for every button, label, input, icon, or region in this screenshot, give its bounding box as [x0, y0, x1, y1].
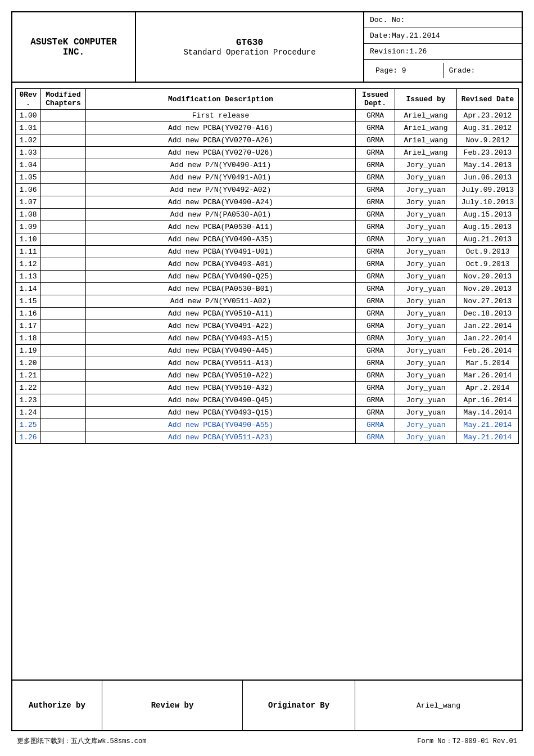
table-cell: May.21.2014 — [457, 431, 519, 444]
table-row: 1.21Add new PCBA(YV0510-A22)GRMAJory_yua… — [16, 370, 519, 382]
doc-subtitle: Standard Operation Procedure — [183, 48, 315, 57]
table-cell: 1.18 — [16, 332, 41, 345]
table-cell: Jory_yuan — [395, 233, 457, 246]
table-row: 1.14Add new PCBA(PA0530-B01)GRMAJory_yua… — [16, 283, 519, 295]
table-cell: GRMA — [356, 110, 395, 122]
table-cell: Oct.9.2013 — [457, 246, 519, 258]
revision-label: Revision:1.26 — [370, 47, 427, 56]
table-cell: Add new PCBA(YV0490-A35) — [86, 233, 356, 246]
table-cell — [41, 184, 86, 196]
table-row: 1.07Add new PCBA(YV0490-A24)GRMAJory_yua… — [16, 196, 519, 209]
table-row: 1.13Add new PCBA(YV0490-Q25)GRMAJory_yua… — [16, 271, 519, 283]
table-cell: Aug.15.2013 — [457, 209, 519, 221]
table-cell: Nov.27.2013 — [457, 295, 519, 308]
table-cell: GRMA — [356, 271, 395, 283]
table-cell: Nov.9.2012 — [457, 134, 519, 147]
table-cell: Nov.20.2013 — [457, 271, 519, 283]
table-cell: Jory_yuan — [395, 159, 457, 172]
review-label: Review by — [151, 701, 194, 710]
page-grade-row: Page: 9 Grade: — [364, 60, 522, 82]
table-cell — [41, 382, 86, 394]
table-cell — [41, 134, 86, 147]
table-cell: 1.07 — [16, 196, 41, 209]
header-section: ASUSTeK COMPUTER INC. GT630 Standard Ope… — [12, 12, 522, 83]
table-cell: 1.06 — [16, 184, 41, 196]
table-cell: Jan.22.2014 — [457, 320, 519, 332]
table-cell: Jory_yuan — [395, 345, 457, 357]
table-cell — [41, 271, 86, 283]
table-cell: Add new PCBA(YV0511-A23) — [86, 431, 356, 444]
table-cell: Jory_yuan — [395, 407, 457, 419]
table-cell — [41, 209, 86, 221]
table-cell: Add new PCBA(YV0510-A22) — [86, 370, 356, 382]
table-row: 1.26Add new PCBA(YV0511-A23)GRMAJory_yua… — [16, 431, 519, 444]
table-cell: Add new P/N(YV0490-A11) — [86, 159, 356, 172]
table-cell — [41, 221, 86, 233]
table-cell: 1.01 — [16, 122, 41, 134]
table-row: 1.02Add new PCBA(YV0270-A26)GRMAAriel_wa… — [16, 134, 519, 147]
table-cell — [41, 110, 86, 122]
table-cell: GRMA — [356, 382, 395, 394]
table-cell: GRMA — [356, 196, 395, 209]
table-cell: Add new PCBA(YV0490-Q45) — [86, 394, 356, 407]
table-cell: 1.15 — [16, 295, 41, 308]
originator-name-cell: Ariel_wang — [355, 681, 522, 730]
table-cell — [41, 357, 86, 370]
table-cell: Mar.26.2014 — [457, 370, 519, 382]
table-cell: Aug.31.2012 — [457, 122, 519, 134]
table-cell: GRMA — [356, 134, 395, 147]
table-cell: GRMA — [356, 233, 395, 246]
table-cell: Jory_yuan — [395, 394, 457, 407]
table-cell — [41, 320, 86, 332]
table-cell — [41, 431, 86, 444]
table-cell: Add new P/N(PA0530-A01) — [86, 209, 356, 221]
table-cell: Add new PCBA(YV0491-A22) — [86, 320, 356, 332]
table-cell: GRMA — [356, 394, 395, 407]
table-cell: Jory_yuan — [395, 357, 457, 370]
table-cell: Add new PCBA(PA0530-A11) — [86, 221, 356, 233]
table-cell: GRMA — [356, 407, 395, 419]
table-cell: 1.05 — [16, 172, 41, 184]
table-cell: Aug.21.2013 — [457, 233, 519, 246]
col-header-rev: 0Rev. — [16, 89, 41, 110]
page-label: Page: 9 — [370, 63, 444, 78]
table-cell: Jory_yuan — [395, 258, 457, 271]
table-row: 1.16Add new PCBA(YV0510-A11)GRMAJory_yua… — [16, 308, 519, 320]
table-cell: 1.10 — [16, 233, 41, 246]
table-cell: Jory_yuan — [395, 283, 457, 295]
table-cell: Jory_yuan — [395, 431, 457, 444]
table-cell: 1.00 — [16, 110, 41, 122]
table-cell: 1.13 — [16, 271, 41, 283]
table-cell: 1.09 — [16, 221, 41, 233]
table-row: 1.19Add new PCBA(YV0490-A45)GRMAJory_yua… — [16, 345, 519, 357]
table-cell: Jory_yuan — [395, 196, 457, 209]
table-cell: Add new PCBA(YV0490-A55) — [86, 419, 356, 431]
table-row: 1.25Add new PCBA(YV0490-A55)GRMAJory_yua… — [16, 419, 519, 431]
table-cell: Jory_yuan — [395, 308, 457, 320]
table-cell: GRMA — [356, 332, 395, 345]
table-cell — [41, 246, 86, 258]
table-cell — [41, 419, 86, 431]
table-cell: GRMA — [356, 419, 395, 431]
table-cell: Add new PCBA(PA0530-B01) — [86, 283, 356, 295]
table-cell: Add new PCBA(YV0510-A32) — [86, 382, 356, 394]
table-cell: July.10.2013 — [457, 196, 519, 209]
table-cell: Nov.20.2013 — [457, 283, 519, 295]
table-cell: Apr.23.2012 — [457, 110, 519, 122]
table-row: 1.15Add new P/N(YV0511-A02)GRMAJory_yuan… — [16, 295, 519, 308]
table-cell: July.09.2013 — [457, 184, 519, 196]
table-cell: Add new PCBA(YV0490-A45) — [86, 345, 356, 357]
table-cell: Jory_yuan — [395, 295, 457, 308]
table-row: 1.06Add new P/N(YV0492-A02)GRMAJory_yuan… — [16, 184, 519, 196]
table-cell: Jory_yuan — [395, 370, 457, 382]
table-row: 1.09Add new PCBA(PA0530-A11)GRMAJory_yua… — [16, 221, 519, 233]
table-cell: GRMA — [356, 246, 395, 258]
table-cell: Add new PCBA(YV0510-A11) — [86, 308, 356, 320]
table-cell: 1.17 — [16, 320, 41, 332]
table-cell: 1.19 — [16, 345, 41, 357]
table-cell: GRMA — [356, 295, 395, 308]
table-cell: GRMA — [356, 308, 395, 320]
date-row: Date:May.21.2014 — [364, 28, 522, 44]
table-cell: Feb.26.2014 — [457, 345, 519, 357]
table-cell: Feb.23.2013 — [457, 147, 519, 159]
